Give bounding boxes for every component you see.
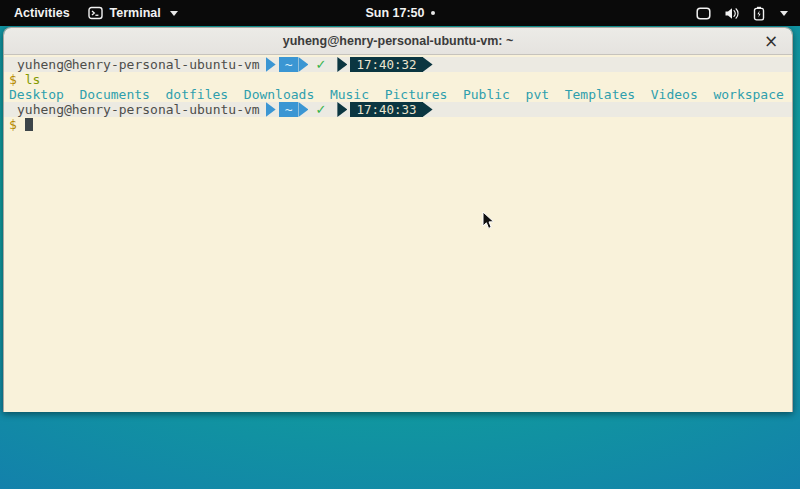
status-check-icon: ✓	[315, 102, 326, 117]
volume-icon	[724, 7, 740, 20]
prompt-line: yuheng@henry-personal-ubuntu-vm ~ ✓ 17:4…	[4, 102, 792, 117]
app-menu-terminal[interactable]: Terminal	[88, 6, 178, 20]
terminal-content[interactable]: yuheng@henry-personal-ubuntu-vm ~ ✓ 17:4…	[4, 55, 792, 412]
command-line: $ ls	[4, 72, 792, 87]
chevron-down-icon	[780, 11, 788, 16]
window-title: yuheng@henry-personal-ubuntu-vm: ~	[283, 34, 514, 48]
powerline-chevron-icon	[266, 57, 276, 72]
notification-dot-icon	[431, 11, 435, 15]
terminal-icon	[88, 6, 103, 20]
prompt-line: yuheng@henry-personal-ubuntu-vm ~ ✓ 17:4…	[4, 57, 792, 72]
terminal-window: yuheng@henry-personal-ubuntu-vm: ~ × yuh…	[3, 27, 793, 412]
powerline-tip-icon	[298, 57, 308, 72]
powerline-tip-icon	[298, 102, 308, 117]
cwd-segment: ~	[279, 102, 299, 117]
display-icon	[696, 7, 711, 20]
activities-button[interactable]: Activities	[10, 6, 74, 20]
text-cursor	[25, 118, 33, 131]
user-host-text: yuheng@henry-personal-ubuntu-vm	[9, 57, 260, 72]
ls-output: Desktop Documents dotfiles Downloads Mus…	[4, 87, 792, 102]
system-status-area[interactable]	[696, 6, 800, 21]
clock[interactable]: Sun 17:50	[365, 6, 424, 20]
powerline-chevron-icon	[337, 102, 347, 117]
command-text: ls	[25, 72, 41, 87]
time-segment: 17:40:32	[350, 57, 422, 72]
status-check-icon: ✓	[315, 57, 326, 72]
app-menu-label: Terminal	[110, 6, 161, 20]
caret-down-icon	[170, 11, 178, 16]
user-host-text: yuheng@henry-personal-ubuntu-vm	[9, 102, 260, 117]
prompt-symbol: $	[9, 117, 17, 132]
mouse-pointer-icon	[482, 211, 495, 234]
powerline-chevron-icon	[266, 102, 276, 117]
powerline-tip-icon	[423, 57, 433, 72]
time-segment: 17:40:33	[350, 102, 422, 117]
cwd-segment: ~	[279, 57, 299, 72]
powerline-chevron-icon	[337, 57, 347, 72]
battery-charging-icon	[753, 6, 765, 21]
window-titlebar[interactable]: yuheng@henry-personal-ubuntu-vm: ~ ×	[4, 28, 792, 55]
close-button[interactable]: ×	[758, 28, 784, 54]
top-bar: Activities Terminal Sun 17:50	[0, 0, 800, 26]
prompt-symbol: $	[9, 72, 17, 87]
command-line-current: $	[4, 117, 792, 132]
powerline-tip-icon	[423, 102, 433, 117]
